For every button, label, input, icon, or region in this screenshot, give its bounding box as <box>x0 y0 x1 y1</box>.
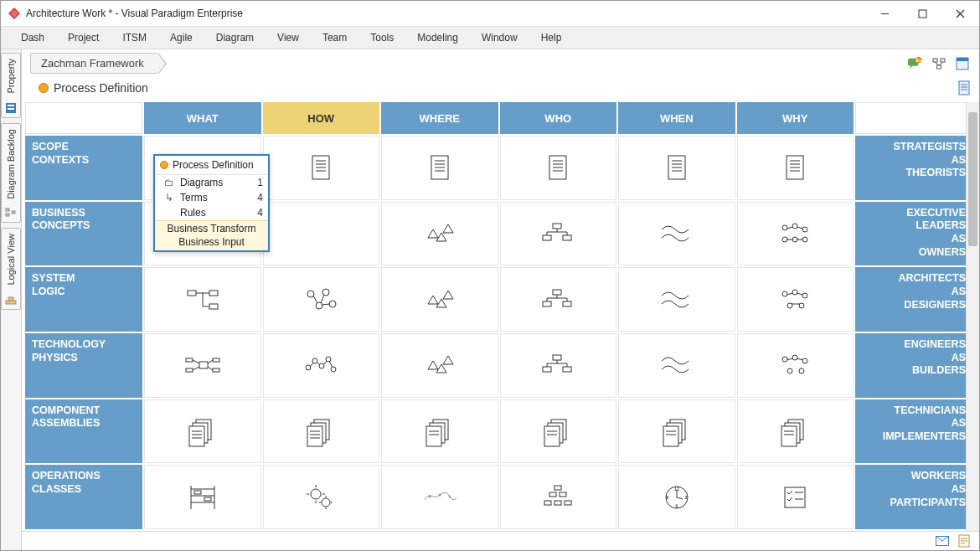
col-what[interactable]: WHAT <box>144 102 261 134</box>
cell-detail-popover[interactable]: Process Definition 🗀Diagrams1 ↳Terms4 Ru… <box>153 154 270 252</box>
cell-scope-how[interactable] <box>263 136 380 200</box>
cell-scope-where[interactable] <box>381 136 498 200</box>
row-business-right[interactable]: EXECUTIVE LEADERS AS OWNERS <box>855 202 972 266</box>
row-ops-label[interactable]: OPERATIONS CLASSES <box>25 465 142 529</box>
popover-rules-count: 4 <box>250 207 263 219</box>
menu-view[interactable]: View <box>267 30 309 45</box>
svg-rect-103 <box>563 301 571 306</box>
breadcrumb[interactable]: Zachman Framework <box>30 53 158 74</box>
menu-dash[interactable]: Dash <box>11 30 54 45</box>
cell-tech-how[interactable] <box>263 333 380 398</box>
side-tab-logical-view[interactable]: Logical View <box>1 228 21 310</box>
row-comp-label[interactable]: COMPONENT ASSEMBLIES <box>25 399 142 464</box>
menu-diagram[interactable]: Diagram <box>206 30 264 45</box>
comment-badge-icon[interactable]: 9+ <box>907 55 924 72</box>
cell-ops-how[interactable] <box>263 465 380 529</box>
document-icon[interactable] <box>957 80 971 95</box>
col-when[interactable]: WHEN <box>618 102 735 134</box>
window-controls <box>866 1 979 26</box>
cell-ops-where[interactable] <box>381 465 498 529</box>
menu-team[interactable]: Team <box>312 30 357 45</box>
side-tab-property[interactable]: Property <box>1 53 21 118</box>
svg-rect-138 <box>543 367 551 372</box>
cell-tech-where[interactable] <box>381 333 498 398</box>
cell-ops-when[interactable]: 12369 <box>618 465 735 529</box>
cell-logic-what[interactable] <box>144 267 261 332</box>
svg-line-97 <box>322 304 330 305</box>
close-button[interactable] <box>941 1 979 26</box>
menu-itsm[interactable]: ITSM <box>112 30 157 45</box>
cell-biz-why[interactable] <box>737 202 854 266</box>
row-scope-label[interactable]: SCOPE CONTEXTS <box>25 136 142 200</box>
cell-ops-why[interactable] <box>737 465 854 529</box>
cell-scope-why[interactable] <box>737 136 854 200</box>
cell-scope-when[interactable] <box>618 136 735 200</box>
matrix-scroll-area[interactable]: WHAT HOW WHERE WHO WHEN WHY SCOPE CONTEX… <box>22 102 979 531</box>
cell-biz-when[interactable] <box>618 202 735 266</box>
cell-logic-why[interactable] <box>737 267 854 332</box>
cell-comp-where[interactable] <box>381 399 498 464</box>
svg-point-145 <box>792 355 797 360</box>
diagram-nav-icon[interactable] <box>931 55 947 72</box>
breadcrumb-item[interactable]: Zachman Framework <box>30 53 158 74</box>
menu-modeling[interactable]: Modeling <box>407 30 468 45</box>
window-layout-icon[interactable] <box>954 55 971 72</box>
vertical-scrollbar[interactable] <box>966 102 979 531</box>
cell-biz-how[interactable] <box>263 202 380 266</box>
note-icon[interactable] <box>957 534 971 548</box>
menu-project[interactable]: Project <box>58 30 109 45</box>
cell-comp-when[interactable] <box>618 399 735 464</box>
row-comp-right[interactable]: TECHNICIANS AS IMPLEMENTERS <box>855 399 972 464</box>
popover-status-dot-icon <box>160 161 168 169</box>
cell-tech-why[interactable] <box>737 333 854 398</box>
cell-comp-why[interactable] <box>737 399 854 464</box>
row-tech-right[interactable]: ENGINEERS AS BUILDERS <box>855 333 972 398</box>
mail-icon[interactable] <box>936 534 949 548</box>
menu-tools[interactable]: Tools <box>360 30 404 45</box>
cell-tech-when[interactable] <box>618 333 735 398</box>
row-logic-right[interactable]: ARCHITECTS AS DESIGNERS <box>855 267 972 332</box>
menu-window[interactable]: Window <box>472 30 528 45</box>
cell-tech-what[interactable] <box>144 333 261 398</box>
col-where[interactable]: WHERE <box>381 102 498 134</box>
svg-rect-208 <box>565 501 571 505</box>
cell-tech-who[interactable] <box>500 333 617 398</box>
cell-logic-how[interactable] <box>263 267 380 332</box>
svg-point-146 <box>802 358 807 363</box>
popover-title: Process Definition <box>173 159 254 171</box>
row-business-label[interactable]: BUSINESS CONCEPTS <box>25 202 142 266</box>
svg-point-127 <box>319 363 324 368</box>
row-ops-right[interactable]: WORKERS AS PARTICIPANTS <box>855 465 972 529</box>
svg-rect-11 <box>12 211 15 214</box>
statusbar <box>22 531 979 550</box>
row-tech-label[interactable]: TECHNOLOGY PHYSICS <box>25 333 142 398</box>
minimize-button[interactable] <box>866 1 904 26</box>
row-scope-right[interactable]: STRATEGISTS AS THEORISTS <box>855 136 972 200</box>
cell-comp-how[interactable] <box>263 399 380 464</box>
col-how[interactable]: HOW <box>263 102 380 134</box>
cell-biz-where[interactable] <box>381 202 498 266</box>
svg-text:3: 3 <box>684 495 687 500</box>
cell-logic-where[interactable] <box>381 267 498 332</box>
cell-comp-who[interactable] <box>500 399 617 464</box>
svg-point-148 <box>799 368 804 373</box>
scroll-thumb[interactable] <box>968 112 977 246</box>
cell-logic-who[interactable] <box>500 267 617 332</box>
svg-rect-204 <box>549 492 556 497</box>
svg-point-94 <box>329 301 336 307</box>
cell-ops-who[interactable] <box>500 465 617 529</box>
cell-comp-what[interactable] <box>144 399 261 464</box>
row-logic-label[interactable]: SYSTEM LOGIC <box>25 267 142 332</box>
svg-line-96 <box>321 295 324 303</box>
menu-help[interactable]: Help <box>531 30 572 45</box>
col-why[interactable]: WHY <box>737 102 854 134</box>
col-who[interactable]: WHO <box>500 102 617 134</box>
svg-rect-118 <box>186 368 193 372</box>
cell-biz-who[interactable] <box>500 202 617 266</box>
cell-ops-what[interactable] <box>144 465 261 529</box>
maximize-button[interactable] <box>904 1 941 26</box>
cell-scope-who[interactable] <box>500 136 617 200</box>
side-tab-diagram-backlog[interactable]: Diagram Backlog <box>1 123 21 224</box>
menu-agile[interactable]: Agile <box>160 30 203 45</box>
cell-logic-when[interactable] <box>618 267 735 332</box>
